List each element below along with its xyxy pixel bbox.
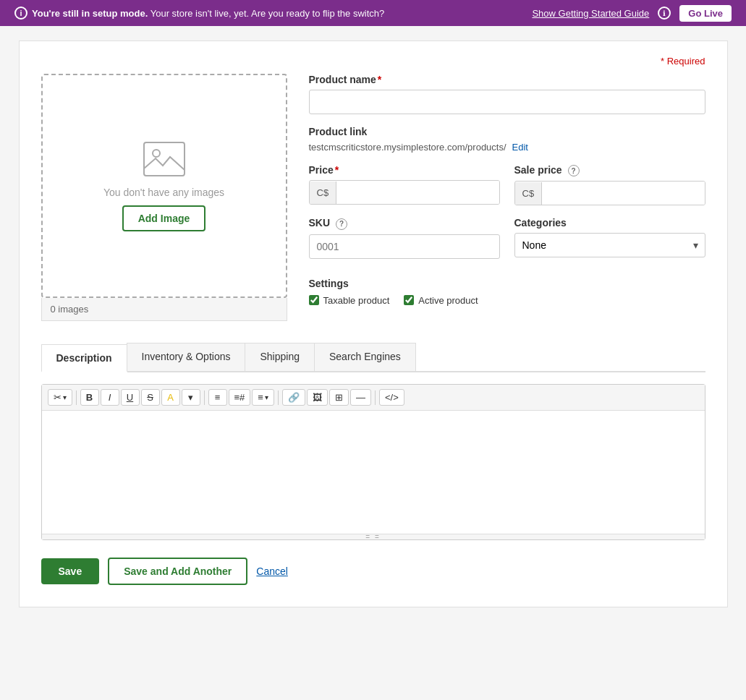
categories-select[interactable]: None: [514, 233, 705, 257]
product-link-row: testcmscriticstore.mysimplestore.com/pro…: [309, 142, 705, 153]
taxable-checkbox-label[interactable]: Taxable product: [309, 295, 390, 306]
product-name-group: Product name*: [309, 74, 705, 114]
source-button[interactable]: </>: [379, 389, 404, 406]
info-icon: i: [14, 7, 27, 20]
underline-button[interactable]: U: [121, 389, 140, 406]
checkbox-row: Taxable product Active product: [309, 295, 705, 306]
sale-price-help-icon[interactable]: ?: [568, 165, 580, 176]
banner-right: Show Getting Started Guide ℹ Go Live: [532, 5, 732, 22]
editor-body[interactable]: [42, 411, 705, 534]
separator-1: [76, 390, 77, 405]
image-button[interactable]: 🖼: [307, 389, 328, 406]
cancel-link[interactable]: Cancel: [256, 565, 288, 577]
save-button[interactable]: Save: [41, 558, 100, 584]
price-prefix: C$: [310, 182, 337, 204]
banner-text: You're still in setup mode. Your store i…: [32, 8, 384, 19]
categories-select-wrapper: None ▾: [514, 233, 705, 257]
tab-search-engines[interactable]: Search Engines: [314, 343, 416, 371]
resize-dots: = =: [365, 533, 380, 541]
settings-label: Settings: [309, 278, 705, 289]
product-link-url: testcmscriticstore.mysimplestore.com/pro…: [309, 142, 506, 153]
sale-price-label: Sale price ?: [514, 164, 705, 176]
categories-group: Categories None ▾: [514, 217, 705, 258]
image-upload-box: You don't have any images Add Image: [41, 74, 287, 298]
main-content: * Required You don't have any images Add…: [19, 40, 728, 607]
sku-help-icon[interactable]: ?: [336, 218, 347, 230]
editor-area: ✂ ▾ B I U S A ▾ ≡ ≡# ≡ ▾ 🔗 🖼 ⊞ — </> = =: [41, 384, 705, 540]
bold-button[interactable]: B: [80, 389, 99, 406]
circle-icon: ℹ: [658, 7, 671, 20]
active-checkbox-label[interactable]: Active product: [404, 295, 478, 306]
active-checkbox[interactable]: [404, 295, 414, 305]
product-link-label: Product link: [309, 126, 705, 137]
form-layout: You don't have any images Add Image 0 im…: [41, 74, 705, 321]
separator-3: [278, 390, 279, 405]
table-button[interactable]: ⊞: [329, 389, 349, 406]
highlight-button[interactable]: A: [161, 389, 180, 406]
taxable-label: Taxable product: [323, 295, 390, 306]
price-group: Price* C$: [309, 164, 500, 205]
highlight-dropdown[interactable]: ▾: [182, 389, 200, 406]
image-count: 0 images: [41, 298, 287, 321]
product-link-edit[interactable]: Edit: [512, 142, 528, 153]
add-image-button[interactable]: Add Image: [122, 205, 206, 231]
tab-shipping[interactable]: Shipping: [245, 343, 315, 371]
sale-price-group: Sale price ? C$: [514, 164, 705, 205]
right-form: Product name* Product link testcmscritic…: [309, 74, 705, 321]
sku-group: SKU ?: [309, 217, 500, 258]
price-row: Price* C$ Sale price ? C$: [309, 164, 705, 217]
action-bar: Save Save and Add Another Cancel: [41, 558, 705, 585]
active-label: Active product: [418, 295, 478, 306]
link-button[interactable]: 🔗: [282, 389, 305, 406]
price-input-wrapper: C$: [309, 180, 500, 205]
ordered-list-button[interactable]: ≡#: [229, 389, 251, 406]
strikethrough-button[interactable]: S: [141, 389, 160, 406]
italic-button[interactable]: I: [101, 389, 119, 406]
sale-price-input-wrapper: C$: [514, 181, 705, 205]
hr-button[interactable]: —: [350, 389, 371, 406]
image-placeholder-icon: [143, 141, 186, 179]
tabs-section: Description Inventory & Options Shipping…: [41, 343, 705, 372]
separator-4: [375, 390, 376, 405]
sale-price-input[interactable]: [542, 182, 704, 205]
align-button[interactable]: ≡ ▾: [252, 389, 274, 406]
price-label: Price*: [309, 164, 500, 176]
svg-rect-0: [144, 142, 185, 176]
go-live-button[interactable]: Go Live: [679, 5, 732, 22]
image-panel: You don't have any images Add Image 0 im…: [41, 74, 287, 321]
editor-resize-handle[interactable]: = =: [42, 534, 705, 539]
product-link-group: Product link testcmscriticstore.mysimple…: [309, 126, 705, 153]
sku-label: SKU ?: [309, 217, 500, 229]
no-images-text: You don't have any images: [103, 187, 224, 198]
required-note: * Required: [41, 56, 705, 67]
separator-2: [204, 390, 205, 405]
taxable-checkbox[interactable]: [309, 295, 319, 305]
product-name-input[interactable]: [309, 90, 705, 114]
show-guide-link[interactable]: Show Getting Started Guide: [532, 8, 649, 19]
style-button[interactable]: ✂ ▾: [48, 389, 72, 406]
sale-price-prefix: C$: [515, 182, 543, 205]
categories-label: Categories: [514, 217, 705, 229]
svg-point-1: [153, 150, 160, 157]
tabs-list: Description Inventory & Options Shipping…: [41, 343, 705, 371]
sku-categories-row: SKU ? Categories None ▾: [309, 217, 705, 270]
save-add-another-button[interactable]: Save and Add Another: [108, 558, 247, 585]
banner-left: i You're still in setup mode. Your store…: [14, 7, 384, 20]
sku-input[interactable]: [309, 234, 500, 259]
unordered-list-button[interactable]: ≡: [208, 389, 227, 406]
product-name-label: Product name*: [309, 74, 705, 85]
tab-inventory-options[interactable]: Inventory & Options: [127, 343, 246, 371]
setup-banner: i You're still in setup mode. Your store…: [0, 0, 746, 26]
price-input[interactable]: [336, 181, 499, 204]
editor-toolbar: ✂ ▾ B I U S A ▾ ≡ ≡# ≡ ▾ 🔗 🖼 ⊞ — </>: [42, 385, 705, 411]
tab-description[interactable]: Description: [41, 344, 127, 372]
settings-section: Settings Taxable product Active product: [309, 278, 705, 306]
